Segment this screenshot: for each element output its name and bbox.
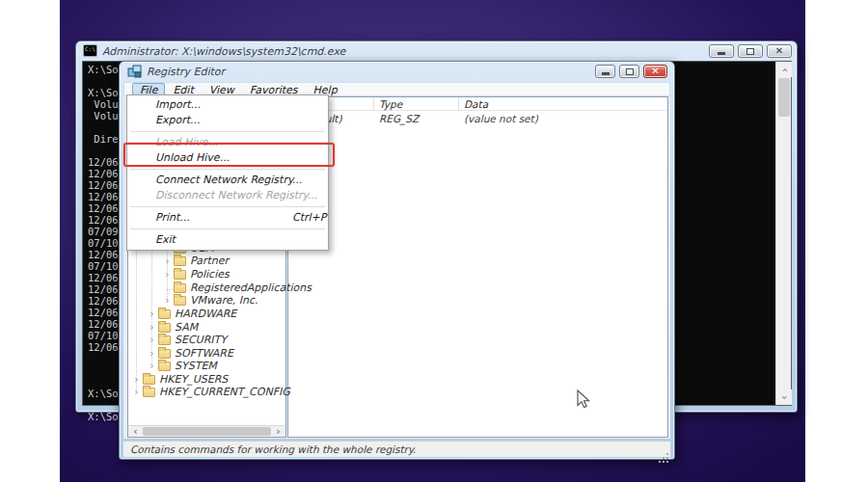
cmd-icon [83, 44, 97, 57]
tree-item-label: HKEY_USERS [159, 373, 228, 386]
expander-icon[interactable]: › [161, 255, 174, 266]
expander-icon[interactable]: › [146, 348, 158, 359]
value-data: (value not set) [464, 113, 538, 124]
expander-icon[interactable]: › [161, 269, 174, 280]
tree-item-hkey-users[interactable]: ›HKEY_USERS [126, 373, 228, 386]
tree-item-label: Partner [190, 254, 229, 267]
value-type: REG_SZ [379, 113, 419, 124]
scroll-down-icon[interactable]: › [776, 389, 792, 405]
folder-icon [174, 283, 186, 293]
scroll-up-icon[interactable]: › [776, 62, 792, 77]
menu-separator [127, 226, 328, 232]
tree-item-label: RegisteredApplications [190, 281, 312, 294]
menu-item-label: Print... [155, 211, 190, 224]
menu-item-print[interactable]: Print...Ctrl+P [127, 210, 328, 226]
column-separator[interactable] [458, 97, 459, 111]
minimize-icon [718, 52, 725, 55]
file-menu-dropdown: Import... Export... Load Hive... Unload … [126, 94, 329, 251]
mouse-cursor-icon [577, 389, 590, 409]
expander-icon[interactable]: › [146, 308, 158, 319]
resize-grip-icon[interactable] [666, 453, 668, 455]
close-icon: ✕ [775, 46, 783, 56]
expander-icon[interactable]: › [130, 387, 143, 397]
tree-scrollbar-thumb[interactable] [143, 427, 271, 436]
cmd-minimize-button[interactable] [709, 44, 734, 58]
status-text: Contains commands for working with the w… [130, 443, 416, 455]
close-icon: ✕ [651, 67, 659, 76]
tree-item-label: SOFTWARE [175, 347, 233, 360]
menu-separator [127, 203, 328, 210]
tree-item-partner[interactable]: ›Partner [126, 254, 229, 267]
scroll-left-icon[interactable]: ‹ [129, 426, 142, 437]
cmd-scrollbar-thumb[interactable] [778, 78, 790, 117]
expander-icon[interactable]: › [130, 374, 143, 385]
expander-icon[interactable]: › [161, 295, 174, 306]
regedit-icon [127, 65, 142, 78]
tree-item-registeredapplications[interactable]: ›RegisteredApplications [126, 281, 312, 294]
tree-item-label: HARDWARE [175, 308, 236, 320]
tree-item-label: SYSTEM [175, 360, 217, 372]
regedit-close-button[interactable]: ✕ [643, 65, 667, 78]
folder-icon [143, 388, 155, 397]
tree-item-sam[interactable]: ›SAM [126, 321, 198, 334]
tree-horizontal-scrollbar[interactable]: ‹ › [127, 425, 286, 438]
tree-item-hardware[interactable]: ›HARDWARE [126, 308, 236, 320]
regedit-maximize-button[interactable] [619, 65, 639, 78]
menu-item-disconnect-network-registry: Disconnect Network Registry... [127, 188, 328, 203]
expander-icon[interactable]: › [146, 322, 158, 333]
folder-icon [174, 296, 186, 306]
cmd-vertical-scrollbar[interactable]: › › [775, 62, 791, 405]
column-header-data[interactable]: Data [464, 98, 488, 110]
screenshot-stage: Administrator: X:\windows\system32\cmd.e… [0, 0, 868, 482]
menu-item-connect-network-registry[interactable]: Connect Network Registry... [127, 173, 328, 188]
cmd-titlebar[interactable]: Administrator: X:\windows\system32\cmd.e… [76, 41, 797, 61]
status-bar: Contains commands for working with the w… [123, 441, 670, 457]
tree-item-policies[interactable]: ›Policies [126, 268, 230, 281]
regedit-minimize-button[interactable] [595, 65, 615, 78]
expander-icon[interactable]: › [146, 361, 158, 371]
folder-icon [143, 375, 155, 385]
registry-value-pane[interactable]: Name Type Data (Default) REG_SZ (value n… [287, 96, 668, 438]
value-row-default[interactable]: (Default) REG_SZ (value not set) [288, 113, 667, 125]
tree-item-software[interactable]: ›SOFTWARE [126, 347, 233, 360]
folder-icon [158, 323, 171, 333]
scroll-right-icon[interactable]: › [272, 426, 285, 437]
folder-icon [158, 349, 171, 359]
menu-item-exit[interactable]: Exit [127, 232, 328, 248]
tree-item-label: VMware, Inc. [190, 294, 258, 307]
folder-icon [158, 335, 171, 345]
minimize-icon [602, 72, 610, 75]
cmd-maximize-button[interactable] [738, 44, 763, 58]
cmd-close-button[interactable]: ✕ [767, 44, 792, 58]
tree-item-label: Policies [190, 268, 230, 281]
column-separator[interactable] [373, 97, 374, 111]
value-list-header: Name Type Data [288, 97, 667, 111]
expander-icon[interactable]: › [146, 335, 158, 345]
menu-item-export[interactable]: Export... [127, 113, 328, 128]
menu-separator [127, 128, 328, 135]
column-header-type[interactable]: Type [379, 98, 402, 110]
regedit-titlebar[interactable]: Registry Editor ✕ [120, 62, 674, 81]
cmd-window-title: Administrator: X:\windows\system32\cmd.e… [102, 45, 345, 58]
regedit-window-title: Registry Editor [147, 66, 225, 78]
tree-item-label: SECURITY [175, 334, 227, 346]
tree-item-system[interactable]: ›SYSTEM [126, 360, 217, 372]
folder-icon [174, 270, 186, 280]
annotation-highlight-box [123, 143, 335, 167]
maximize-icon [746, 48, 754, 55]
folder-icon [158, 309, 171, 319]
folder-icon [158, 362, 171, 371]
tree-item-security[interactable]: ›SECURITY [126, 334, 227, 346]
maximize-icon [626, 68, 634, 75]
tree-item-vmware[interactable]: ›VMware, Inc. [126, 294, 258, 307]
tree-item-label: SAM [175, 321, 198, 334]
menu-separator [127, 166, 328, 173]
menu-item-import[interactable]: Import... [127, 97, 328, 113]
menu-shortcut: Ctrl+P [292, 210, 326, 226]
tree-item-label: HKEY_CURRENT_CONFIG [159, 386, 290, 398]
tree-item-hkey-current-config[interactable]: ›HKEY_CURRENT_CONFIG [126, 386, 290, 398]
folder-icon [174, 256, 186, 266]
